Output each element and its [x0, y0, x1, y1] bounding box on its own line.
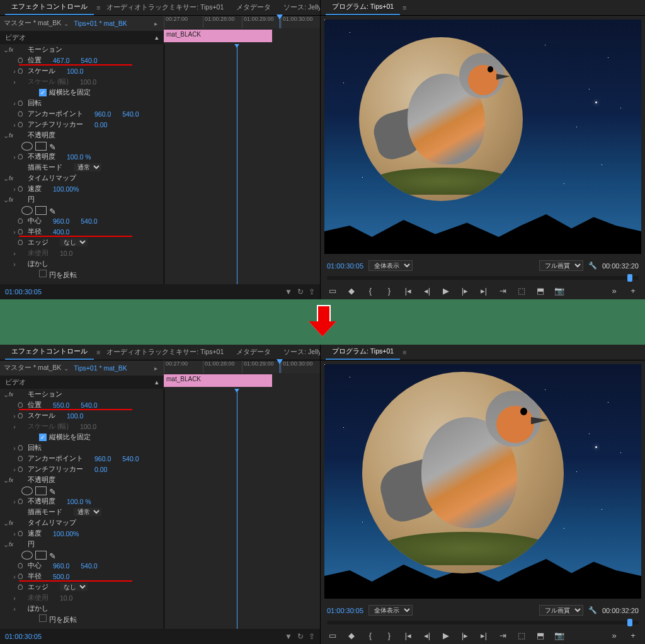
prop-value[interactable]: 0.00 [94, 121, 107, 129]
step-fwd-icon[interactable]: |▸ [459, 286, 471, 296]
pen-mask-icon[interactable]: ✎ [49, 142, 59, 150]
go-in-icon[interactable]: |◂ [402, 631, 414, 640]
prop-value[interactable]: 540.0 [122, 455, 139, 463]
expand-icon[interactable]: › [11, 121, 18, 129]
current-timecode[interactable]: 01:00:30:05 [5, 633, 42, 640]
expand-icon[interactable]: ⌄ [3, 196, 9, 204]
program-preview[interactable] [324, 20, 641, 254]
prop-value[interactable]: 467.0 [53, 57, 69, 64]
program-timecode[interactable]: 01:00:30:05 [327, 262, 363, 270]
step-fwd-icon[interactable]: |▸ [459, 631, 471, 640]
mark-in-icon[interactable]: ▭ [327, 286, 338, 296]
timeline-ruler[interactable]: 00:27:0001:00:28:0001:00:29:0001:00:30:0… [164, 360, 320, 373]
clip-bar[interactable]: mat_BLACK [164, 374, 272, 387]
program-preview[interactable] [324, 364, 641, 599]
tab-program[interactable]: プログラム: Tips+01 [326, 345, 400, 360]
fx-icon[interactable]: fx [9, 197, 18, 203]
tab-audio-mixer[interactable]: オーディオトラックミキサー: Tips+01 [100, 1, 230, 14]
expand-icon[interactable]: ⌄ [3, 132, 9, 139]
effect-timeremap[interactable]: ⌄fxタイムリマップ [0, 173, 164, 183]
prop-value[interactable]: 10.0 [60, 250, 72, 257]
stopwatch-icon[interactable]: Ö [18, 100, 26, 107]
loop-icon[interactable]: ↻ [297, 287, 304, 296]
prop-value[interactable]: 540.0 [81, 57, 97, 64]
insert-icon[interactable]: ⬒ [535, 631, 546, 640]
fx-icon[interactable]: fx [9, 175, 18, 181]
extract-icon[interactable]: ⬚ [516, 286, 527, 296]
sequence-link[interactable]: Tips+01 * mat_BK [74, 364, 127, 372]
stopwatch-icon[interactable]: Ö [18, 455, 26, 463]
playhead-body[interactable] [237, 44, 237, 284]
sequence-link[interactable]: Tips+01 * mat_BK [74, 20, 127, 27]
stopwatch-icon[interactable]: Ö [18, 530, 26, 538]
expand-icon[interactable]: › [11, 153, 18, 161]
collapse-icon[interactable]: ▴ [155, 378, 159, 386]
prop-value[interactable]: 960.0 [94, 455, 111, 463]
in-icon[interactable]: { [365, 631, 376, 640]
prop-value[interactable]: 100.0 % [67, 498, 91, 505]
effect-timeremap[interactable]: ⌄fxタイムリマップ [0, 517, 164, 528]
prop-value[interactable]: 500.0 [53, 573, 69, 580]
checkbox-icon[interactable]: ✓ [39, 89, 47, 96]
expand-icon[interactable]: ⌄ [3, 46, 9, 54]
lift-icon[interactable]: ⇥ [497, 286, 508, 296]
zoom-select[interactable]: 全体表示 [368, 260, 413, 271]
in-icon[interactable]: { [365, 286, 376, 296]
program-scrubber[interactable] [327, 276, 639, 280]
prop-value[interactable]: 960.0 [53, 217, 69, 225]
tab-audio-mixer[interactable]: オーディオトラックミキサー: Tips+01 [100, 345, 230, 359]
expand-icon[interactable]: › [11, 594, 18, 602]
more-icon[interactable]: » [608, 631, 620, 640]
expand-icon[interactable]: › [11, 412, 18, 420]
go-in-icon[interactable]: |◂ [402, 286, 414, 296]
expand-icon[interactable]: ⌄ [3, 175, 9, 182]
stopwatch-icon[interactable]: Ö [18, 444, 26, 452]
prop-value[interactable]: 0.00 [94, 466, 107, 473]
expand-icon[interactable]: › [11, 250, 18, 257]
prop-dropdown[interactable]: 通常 [74, 508, 101, 516]
more-icon[interactable]: » [608, 286, 620, 296]
marker-icon[interactable]: ◆ [346, 631, 357, 640]
stopwatch-icon[interactable]: Ö [18, 57, 26, 64]
stopwatch-icon[interactable]: Ö [18, 412, 26, 420]
pen-mask-icon[interactable]: ✎ [49, 207, 59, 214]
ellipse-mask-icon[interactable] [21, 142, 33, 151]
scrubber-thumb[interactable] [627, 619, 632, 626]
prop-value[interactable]: 540.0 [81, 562, 97, 570]
prop-value[interactable]: 100.0 [80, 78, 96, 86]
play-icon[interactable]: ▸ [154, 20, 157, 27]
prop-dropdown[interactable]: なし [60, 238, 88, 246]
fx-icon[interactable]: fx [9, 391, 18, 398]
stopwatch-icon[interactable]: Ö [18, 67, 26, 75]
chevron-down-icon[interactable]: ⌄ [64, 365, 69, 372]
stopwatch-icon[interactable]: Ö [18, 185, 26, 193]
fx-icon[interactable]: fx [9, 47, 18, 53]
checkbox-icon[interactable] [39, 614, 47, 622]
prop-value[interactable]: 100.00% [53, 530, 79, 538]
prop-dropdown[interactable]: 通常 [74, 163, 101, 171]
collapse-icon[interactable]: ▴ [155, 33, 159, 42]
expand-icon[interactable]: › [11, 228, 18, 236]
expand-icon[interactable]: › [11, 444, 18, 452]
stopwatch-icon[interactable]: Ö [18, 239, 26, 246]
expand-icon[interactable]: › [11, 498, 18, 505]
stopwatch-icon[interactable]: Ö [18, 401, 26, 409]
quality-select[interactable]: フル画質 [539, 260, 583, 271]
filter-icon[interactable]: ▼ [285, 632, 292, 641]
fx-icon[interactable]: fx [9, 477, 18, 483]
stopwatch-icon[interactable]: Ö [18, 217, 26, 225]
checkbox-icon[interactable]: ✓ [39, 434, 47, 441]
marker-icon[interactable]: ◆ [346, 286, 357, 296]
expand-icon[interactable]: › [11, 78, 18, 86]
program-scrubber[interactable] [327, 621, 639, 624]
prop-value[interactable]: 100.0 [67, 67, 83, 75]
expand-icon[interactable]: ⌄ [3, 541, 9, 548]
expand-icon[interactable]: › [11, 260, 18, 268]
playhead[interactable] [280, 360, 280, 373]
ellipse-mask-icon[interactable] [21, 206, 33, 215]
tab-metadata[interactable]: メタデータ [230, 1, 277, 14]
keyframe-area[interactable] [164, 389, 320, 629]
keyframe-area[interactable] [164, 44, 320, 284]
lift-icon[interactable]: ⇥ [497, 631, 508, 640]
stopwatch-icon[interactable]: Ö [18, 121, 26, 129]
